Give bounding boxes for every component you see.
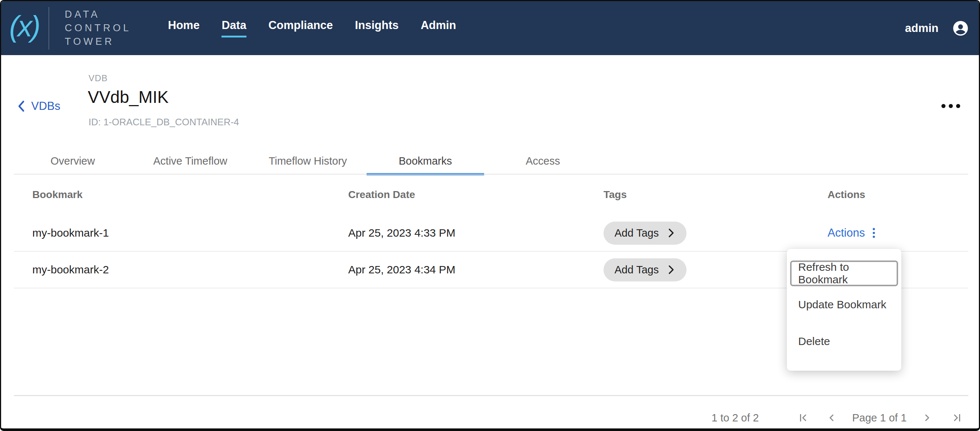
user-name: admin [905,22,939,35]
nav-item-admin[interactable]: Admin [421,19,456,38]
tab-access[interactable]: Access [484,147,602,175]
nav-item-insights[interactable]: Insights [355,19,399,38]
first-page-button[interactable] [795,410,811,426]
tab-active-timeflow[interactable]: Active Timeflow [132,147,249,175]
more-actions-button[interactable] [938,100,964,112]
menu-item-delete[interactable]: Delete [790,323,898,360]
detail-tabs: Overview Active Timeflow Timeflow Histor… [14,147,602,175]
nav-item-data[interactable]: Data [221,19,246,38]
add-tags-label: Add Tags [614,264,659,276]
chevron-left-icon [16,100,26,113]
horizontal-ellipsis-icon [942,104,945,108]
previous-page-icon [826,412,837,423]
chevron-right-icon [666,227,676,239]
wordmark-line: CONTROL [65,21,131,35]
column-header-tags: Tags [603,189,827,200]
next-page-icon [921,412,932,423]
account-circle-icon[interactable] [952,19,969,37]
main-nav: Home Data Compliance Insights Admin [168,19,456,38]
nav-item-compliance[interactable]: Compliance [269,19,333,38]
actions-label: Actions [827,226,865,240]
table-row: my-bookmark-1 Apr 25, 2023 4:33 PM Add T… [14,215,968,252]
creation-date: Apr 25, 2023 4:33 PM [348,227,603,239]
back-link-label: VDBs [31,100,60,113]
first-page-icon [798,412,809,423]
menu-item-refresh-to-bookmark[interactable]: Refresh to Bookmark [790,261,898,286]
user-menu[interactable]: admin [905,19,979,37]
delphix-logo-icon: (x) [9,12,48,45]
brand-logo: (x) DATA CONTROL TOWER [9,7,131,49]
tab-timeflow-history[interactable]: Timeflow History [249,147,367,175]
entity-type-label: VDB [89,73,108,83]
add-tags-button[interactable]: Add Tags [603,221,687,245]
top-navbar: (x) DATA CONTROL TOWER Home Data Complia… [1,1,979,55]
brand-wordmark: DATA CONTROL TOWER [65,8,131,48]
actions-dropdown-menu: Refresh to Bookmark Update Bookmark Dele… [787,249,901,371]
menu-item-update-bookmark[interactable]: Update Bookmark [790,286,898,323]
previous-page-button[interactable] [824,410,840,426]
add-tags-button[interactable]: Add Tags [603,258,687,282]
wordmark-line: DATA [65,8,131,21]
app-window: (x) DATA CONTROL TOWER Home Data Complia… [0,0,980,431]
column-header-creation-date: Creation Date [348,189,603,200]
entity-id: ID: 1-ORACLE_DB_CONTAINER-4 [89,116,239,128]
last-page-button[interactable] [949,410,964,426]
table-header-row: Bookmark Creation Date Tags Actions [14,175,968,215]
pagination-bar: 1 to 2 of 2 Page 1 of 1 [711,407,964,428]
creation-date: Apr 25, 2023 4:34 PM [348,264,603,276]
last-page-icon [951,412,963,423]
pagination-page-label: Page 1 of 1 [852,412,907,424]
next-page-button[interactable] [919,410,934,426]
logo-divider [48,7,49,49]
chevron-right-icon [666,264,676,275]
footer-divider [14,395,968,396]
bookmark-name: my-bookmark-1 [32,227,348,239]
pagination-range: 1 to 2 of 2 [711,412,759,424]
bookmark-name: my-bookmark-2 [32,264,348,276]
tab-overview[interactable]: Overview [14,147,132,175]
column-header-bookmark: Bookmark [32,189,348,200]
add-tags-label: Add Tags [614,227,659,239]
back-to-vdbs-link[interactable]: VDBs [16,100,60,113]
row-actions-button[interactable]: Actions [827,226,877,240]
page-title: VVdb_MIK [88,87,169,107]
nav-item-home[interactable]: Home [168,19,199,38]
vertical-dots-icon [871,226,877,240]
column-header-actions: Actions [827,189,968,200]
tab-bookmarks[interactable]: Bookmarks [367,147,484,175]
wordmark-line: TOWER [65,35,131,48]
